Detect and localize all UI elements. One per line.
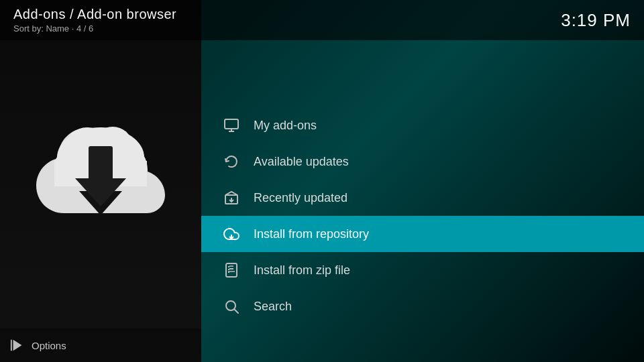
header-left: Add-ons / Add-on browser Sort by: Name ·…: [13, 7, 176, 34]
options-icon: [10, 338, 25, 353]
monitor-icon: [221, 115, 241, 135]
menu-item-label-available-updates: Available updates: [254, 155, 349, 169]
options-label: Options: [32, 340, 66, 351]
header: Add-ons / Add-on browser Sort by: Name ·…: [0, 0, 644, 40]
menu-item-install-from-zip[interactable]: Install from zip file: [201, 252, 644, 288]
svg-rect-16: [226, 263, 237, 277]
footer[interactable]: Options: [0, 328, 201, 362]
svg-rect-27: [89, 146, 113, 181]
sort-info: Sort by: Name · 4 / 6: [13, 23, 176, 34]
menu-list: My add-onsAvailable updatesRecently upda…: [201, 40, 644, 324]
menu-item-label-recently-updated: Recently updated: [254, 191, 347, 205]
menu-item-available-updates[interactable]: Available updates: [201, 143, 644, 180]
menu-item-label-search: Search: [254, 300, 292, 314]
menu-item-label-install-from-zip: Install from zip file: [254, 263, 350, 278]
zip-icon: [221, 260, 241, 280]
cloud-download-logo: [40, 107, 161, 215]
menu-item-search[interactable]: Search: [201, 288, 644, 324]
menu-item-install-from-repository[interactable]: Install from repository: [201, 216, 644, 252]
menu-item-label-my-addons: My add-ons: [254, 119, 317, 133]
breadcrumb: Add-ons / Add-on browser: [13, 7, 176, 22]
menu-item-recently-updated[interactable]: Recently updated: [201, 180, 644, 216]
svg-marker-19: [13, 340, 22, 351]
svg-rect-11: [225, 119, 238, 129]
svg-line-18: [235, 310, 239, 314]
clock: 3:19 PM: [561, 10, 631, 31]
refresh-icon: [221, 152, 241, 172]
svg-marker-28: [75, 178, 126, 206]
box-arrows-icon: [221, 188, 241, 208]
menu-item-label-install-from-repository: Install from repository: [254, 227, 369, 241]
search-icon: [221, 296, 241, 316]
brand-logo: [0, 67, 201, 255]
menu-item-my-addons[interactable]: My add-ons: [201, 107, 644, 143]
cloud-down-icon: [221, 224, 241, 244]
